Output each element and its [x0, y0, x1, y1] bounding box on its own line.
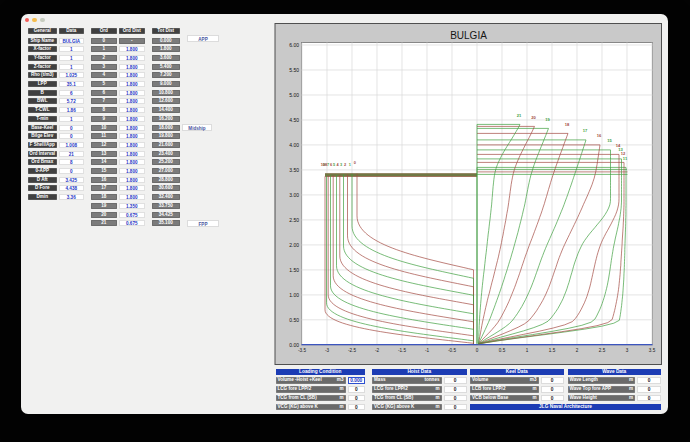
svg-text:4.50: 4.50: [289, 117, 299, 123]
svg-text:3.00: 3.00: [289, 192, 299, 198]
svg-text:11: 11: [623, 156, 628, 161]
svg-text:10: 10: [321, 162, 325, 167]
svg-text:1.00: 1.00: [289, 292, 299, 298]
svg-text:2.50: 2.50: [289, 217, 299, 223]
svg-text:1.5: 1.5: [549, 348, 556, 353]
svg-text:2: 2: [576, 348, 579, 353]
svg-text:21: 21: [517, 113, 522, 118]
svg-text:4.00: 4.00: [289, 142, 299, 148]
svg-text:0.50: 0.50: [289, 317, 299, 323]
svg-text:6.00: 6.00: [289, 42, 299, 48]
svg-text:14: 14: [616, 143, 621, 148]
svg-text:-3: -3: [325, 348, 330, 353]
svg-text:BULGIA: BULGIA: [450, 30, 487, 41]
svg-text:0: 0: [354, 160, 356, 165]
svg-text:3: 3: [626, 348, 629, 353]
svg-text:3.5: 3.5: [649, 348, 656, 353]
svg-text:-2.5: -2.5: [348, 348, 356, 353]
svg-text:2.5: 2.5: [599, 348, 606, 353]
svg-text:-3.5: -3.5: [298, 348, 306, 353]
svg-text:7: 7: [327, 162, 329, 167]
svg-text:2.00: 2.00: [289, 242, 299, 248]
svg-text:5.50: 5.50: [289, 67, 299, 73]
svg-text:20: 20: [531, 115, 536, 120]
svg-text:3.50: 3.50: [289, 167, 299, 173]
svg-text:-1.5: -1.5: [398, 348, 406, 353]
svg-text:15: 15: [607, 138, 612, 143]
svg-text:0.5: 0.5: [499, 348, 506, 353]
svg-text:-2: -2: [375, 348, 380, 353]
svg-text:-1: -1: [425, 348, 430, 353]
svg-text:17: 17: [583, 128, 588, 133]
svg-text:-0.5: -0.5: [448, 348, 456, 353]
svg-text:19: 19: [545, 117, 550, 122]
svg-text:1: 1: [526, 348, 529, 353]
svg-text:5.00: 5.00: [289, 92, 299, 98]
svg-text:1.50: 1.50: [289, 267, 299, 273]
svg-text:16: 16: [597, 133, 602, 138]
svg-text:13: 13: [618, 147, 623, 152]
svg-text:0: 0: [476, 348, 479, 353]
svg-text:18: 18: [565, 122, 570, 127]
